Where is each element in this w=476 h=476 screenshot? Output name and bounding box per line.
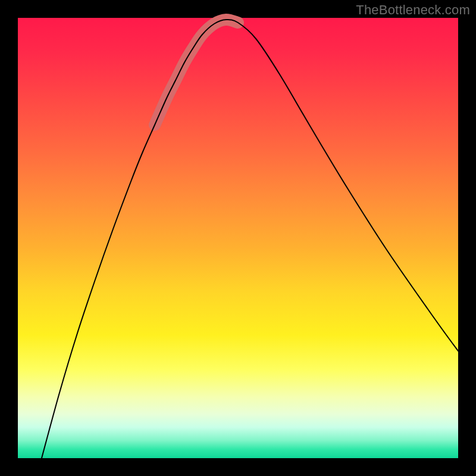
highlight-segment (155, 20, 238, 125)
chart-plot-area (18, 18, 458, 458)
bottleneck-curve-line (42, 20, 458, 458)
watermark-text: TheBottleneck.com (356, 2, 470, 18)
chart-svg (18, 18, 458, 458)
